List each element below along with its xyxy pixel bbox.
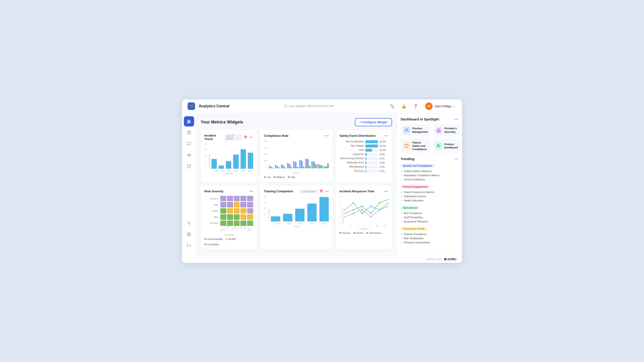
main-content: Your Metrics Widgets + Configure Widget …: [196, 114, 397, 255]
sidebar-item-analytics[interactable]: [184, 218, 194, 228]
compliance-group: [275, 165, 280, 168]
safety-menu[interactable]: •••: [384, 134, 388, 138]
spotlight-product-dashboard[interactable]: Product Dashboard: [432, 139, 460, 153]
spotlight-menu[interactable]: •••: [454, 117, 458, 121]
trending-item[interactable]: ↗Clinical Guidelines: [401, 178, 458, 182]
compliance-menu[interactable]: •••: [325, 134, 329, 138]
training-menu[interactable]: •••: [325, 189, 329, 194]
risk-row: [220, 196, 253, 202]
risk-cell: [247, 202, 253, 208]
compliance-group: [317, 164, 323, 168]
trend-up-icon: ↗: [401, 233, 402, 236]
trending-item[interactable]: ↗Patient Experience Metrics: [401, 190, 458, 194]
widget-header: Incident Trend Last 6 Month 📅 •••: [204, 134, 253, 141]
svg-point-14: [362, 206, 363, 207]
footer-brand: ⊠ KORU: [444, 258, 456, 261]
trending-item[interactable]: ↗Equipment Utilization: [401, 220, 458, 224]
trending-item[interactable]: ↗Disease Prevalence: [401, 232, 458, 236]
trend-neutral-icon: ↗: [401, 199, 402, 202]
calendar-icon-training: 📅: [320, 190, 323, 193]
risk-row: [220, 214, 253, 220]
spotlight-practice-management[interactable]: Practice Management: [401, 124, 430, 136]
trending-section: Trending ••• Quality and Compliance↗Pati…: [401, 157, 458, 244]
risk-header: Risk Severity •••: [204, 189, 253, 194]
widgets-grid: Incident Trend Last 6 Month 📅 ••• 40 30 …: [201, 130, 392, 250]
risk-menu[interactable]: •••: [249, 189, 253, 194]
trending-item[interactable]: ↗Risk Stratification: [401, 236, 458, 240]
trending-item-label: Bed Occupancy: [404, 212, 422, 214]
trending-item-label: Regulatory Compliance Metrics: [404, 174, 440, 177]
patient-safety-icon: [403, 142, 410, 150]
trend-up-icon: ↗: [401, 212, 402, 214]
svg-point-17: [388, 198, 388, 200]
sidebar-item-settings[interactable]: [184, 229, 194, 240]
user-menu[interactable]: JP John Phillips ▾: [423, 102, 456, 111]
compliance-group: [311, 161, 317, 168]
svg-point-9: [370, 206, 372, 207]
risk-cell: [227, 196, 233, 202]
trending-item[interactable]: ↗Patient Safety Indicators: [401, 169, 458, 173]
incident-bar: [248, 153, 253, 169]
trending-menu[interactable]: •••: [454, 157, 458, 161]
configure-widget-button[interactable]: + Configure Widget: [355, 118, 392, 126]
incident-trend-menu[interactable]: •••: [249, 135, 253, 139]
svg-point-8: [362, 213, 363, 214]
trend-neutral-icon: ↗: [401, 237, 402, 240]
sidebar-item-education[interactable]: [184, 150, 194, 160]
providers-specialty-icon: [435, 126, 442, 134]
risk-cell: [220, 208, 226, 214]
trend-up-icon: ↗: [401, 191, 402, 194]
risk-cell: [227, 208, 233, 214]
sidebar-item-dashboard[interactable]: ▦: [184, 116, 194, 126]
trending-item[interactable]: ↗Proactive Interventions: [401, 240, 458, 244]
trending-item[interactable]: ↗Satisfaction Scores: [401, 194, 458, 198]
svg-point-21: [370, 216, 372, 218]
training-bar: [320, 197, 329, 222]
incident-trend-period: Last 6 Month: [224, 134, 242, 140]
compliance-legend: Low Medium High: [264, 176, 329, 178]
risk-cell: [240, 202, 246, 208]
safety-row: Test Error2.1%: [340, 170, 388, 173]
main-header: Your Metrics Widgets + Configure Widget: [201, 118, 392, 126]
spotlight-title: Dashboard in Spotlight: [401, 117, 439, 121]
trend-neutral-icon: ↗: [401, 241, 402, 244]
help-button[interactable]: ❓: [412, 102, 420, 110]
safety-row: Equipment3.5%: [340, 153, 388, 156]
trending-category: Patient Engagement↗Patient Experience Me…: [401, 184, 458, 202]
svg-point-12: [345, 213, 345, 214]
page-title: Your Metrics Widgets: [201, 120, 243, 125]
response-x-labels: 2 4 6 8 10 12: [348, 225, 388, 227]
sidebar-item-messages[interactable]: [184, 139, 194, 149]
trend-up-icon: ↗: [401, 170, 402, 172]
trending-item[interactable]: ↗Health Education: [401, 198, 458, 202]
safety-row: Miscellaneous2.4%: [340, 166, 388, 168]
trending-item[interactable]: ↗Bed Occupancy: [401, 211, 458, 215]
trend-neutral-icon: ↗: [401, 216, 402, 219]
category-badge: Patient Engagement: [401, 185, 430, 188]
trending-item[interactable]: ↗Regulatory Compliance Metrics: [401, 173, 458, 178]
risk-cell: [247, 208, 253, 214]
search-button[interactable]: 🔍: [388, 102, 396, 110]
trending-categories: Quality and Compliance↗Patient Safety In…: [401, 164, 458, 244]
risk-cell: [220, 220, 226, 226]
compliance-title: Compliance Rate: [264, 134, 288, 138]
svg-point-13: [352, 209, 354, 210]
spotlight-patient-safety[interactable]: Patient Safety and Compliance: [401, 139, 430, 153]
response-menu[interactable]: •••: [384, 189, 388, 194]
app-title: Analytics Central: [199, 104, 229, 108]
sidebar-item-notes[interactable]: [184, 161, 194, 171]
svg-point-20: [362, 209, 363, 210]
risk-cell: [247, 220, 253, 226]
risk-cell: [234, 196, 240, 202]
trending-item[interactable]: ↗Staff Scheduling: [401, 215, 458, 220]
trending-title: Trending: [401, 157, 414, 161]
sidebar-item-reports[interactable]: [184, 128, 194, 138]
notifications-button[interactable]: 🔔: [400, 102, 408, 110]
training-bar: [307, 204, 317, 222]
spotlight-providers-specialty[interactable]: Provider's Specialty: [432, 124, 460, 136]
avatar: JP: [425, 102, 432, 110]
footer: koruux.com ⊠ KORU: [182, 255, 462, 263]
sidebar-item-logout[interactable]: [184, 240, 194, 251]
trending-header: Trending •••: [401, 157, 458, 161]
svg-point-24: [406, 128, 407, 130]
